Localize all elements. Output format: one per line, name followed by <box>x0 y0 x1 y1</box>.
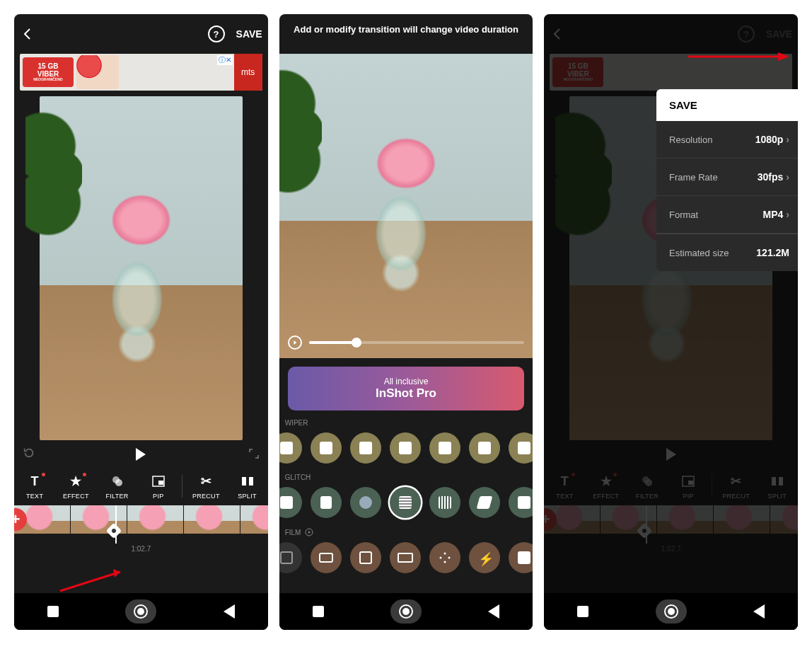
transition-option[interactable] <box>390 542 421 573</box>
transition-option[interactable] <box>279 542 302 573</box>
toolbar-divider <box>182 475 182 498</box>
transition-option[interactable] <box>429 432 460 464</box>
transition-option[interactable] <box>509 487 533 518</box>
preview-frame <box>279 54 533 358</box>
text-icon: T <box>26 473 43 490</box>
svg-rect-3 <box>158 481 163 485</box>
transition-option[interactable] <box>429 487 460 518</box>
play-icon[interactable] <box>136 448 146 461</box>
timeline-clip[interactable] <box>127 505 184 534</box>
nav-recent-icon[interactable] <box>47 606 59 617</box>
editor-toolbar: T TEXT ★ EFFECT FILTER PIP ✂ PRECUT <box>14 469 268 504</box>
transition-option[interactable] <box>311 542 342 573</box>
transition-duration-slider[interactable] <box>288 335 525 350</box>
tool-effect[interactable]: ★ EFFECT <box>58 473 93 500</box>
fullscreen-icon[interactable] <box>248 448 260 461</box>
nav-back-icon[interactable] <box>488 604 499 619</box>
effect-icon: ★ <box>67 473 84 490</box>
svg-point-11 <box>439 557 441 559</box>
transition-option[interactable] <box>279 432 302 464</box>
inshot-pro-banner[interactable]: All inclusive InShot Pro <box>288 367 525 410</box>
transition-option[interactable]: ⚡ <box>469 542 500 573</box>
transition-option[interactable] <box>279 487 302 518</box>
svg-point-10 <box>443 561 446 563</box>
tool-split[interactable]: SPLIT <box>230 473 265 500</box>
save-panel-header: SAVE <box>656 89 798 121</box>
timeline-clip[interactable] <box>240 505 268 534</box>
transition-option[interactable] <box>311 432 342 464</box>
save-button[interactable]: SAVE <box>236 28 262 40</box>
save-row-framerate[interactable]: Frame Rate 30fps› <box>656 159 798 196</box>
timeline-clip[interactable] <box>184 505 240 534</box>
music-icon <box>305 528 313 536</box>
nav-back-icon[interactable] <box>753 604 765 619</box>
hint-text: Add or modify transition will change vid… <box>279 24 533 35</box>
ad-close-icon[interactable]: ⓘ✕ <box>217 55 233 65</box>
svg-point-12 <box>448 557 450 559</box>
preview-frame <box>40 96 243 440</box>
nav-back-icon[interactable] <box>224 604 235 619</box>
clock-icon <box>288 335 302 350</box>
split-icon <box>239 473 256 490</box>
redo-icon[interactable] <box>23 447 35 462</box>
annotation-arrow <box>57 566 134 595</box>
tool-pip[interactable]: PIP <box>141 473 176 500</box>
save-row-resolution[interactable]: Resolution 1080p› <box>656 121 798 159</box>
chevron-right-icon: › <box>786 209 789 220</box>
section-glitch-label: GLITCH <box>279 471 533 484</box>
transition-option[interactable] <box>509 432 533 464</box>
android-nav-bar <box>279 593 533 630</box>
transition-option[interactable] <box>350 487 381 518</box>
section-film-label: FILM <box>279 525 533 539</box>
save-options-panel: SAVE Resolution 1080p› Frame Rate 30fps›… <box>656 89 798 271</box>
transition-option[interactable] <box>469 432 500 464</box>
screen-transitions: Add or modify transition will change vid… <box>279 14 533 630</box>
pip-icon <box>150 473 167 490</box>
transition-option[interactable] <box>311 487 342 518</box>
screen-editor: ? SAVE 15 GB VIBER NEOGRANIČENO ⓘ✕ mts T… <box>14 14 268 630</box>
back-icon[interactable] <box>20 25 37 42</box>
nav-home-icon[interactable] <box>390 599 422 624</box>
save-row-format[interactable]: Format MP4› <box>656 196 798 234</box>
tool-text[interactable]: T TEXT <box>17 473 52 500</box>
help-icon[interactable]: ? <box>208 25 225 42</box>
svg-point-1 <box>115 479 122 486</box>
transition-row-film: ⚡ <box>279 539 533 580</box>
ad-logo: 15 GB VIBER NEOGRANIČENO <box>23 57 74 87</box>
slider-track[interactable] <box>309 341 525 344</box>
screen-save-dialog: ? SAVE 15 GB VIBER NEOGRANIČENO TTEXT ★E… <box>544 14 798 630</box>
ad-image <box>76 55 119 89</box>
android-nav-bar <box>544 593 798 630</box>
scissors-icon: ✂ <box>197 473 214 490</box>
transition-option[interactable] <box>509 542 533 573</box>
nav-home-icon[interactable] <box>656 599 687 624</box>
timeline[interactable]: + <box>14 505 268 544</box>
svg-marker-7 <box>113 569 120 578</box>
chevron-right-icon: › <box>786 134 789 145</box>
ad-banner[interactable]: 15 GB VIBER NEOGRANIČENO ⓘ✕ mts <box>20 54 262 91</box>
nav-home-icon[interactable] <box>125 599 156 624</box>
chevron-right-icon: › <box>786 171 789 183</box>
transition-option[interactable] <box>350 542 381 573</box>
transition-option[interactable] <box>429 542 460 573</box>
top-bar: Add or modify transition will change vid… <box>279 14 533 54</box>
tool-precut[interactable]: ✂ PRECUT <box>188 473 224 500</box>
transition-option[interactable] <box>350 432 381 464</box>
section-wipe-label: WIPER <box>279 416 533 430</box>
tool-filter[interactable]: FILTER <box>100 473 135 500</box>
transition-option[interactable] <box>390 432 421 464</box>
transition-picker: WIPER GLITCH FILM <box>279 410 533 583</box>
playback-controls <box>14 440 268 469</box>
svg-rect-4 <box>242 477 246 486</box>
save-row-size: Estimated size 121.2M <box>656 234 798 271</box>
nav-recent-icon[interactable] <box>577 606 588 617</box>
nav-recent-icon[interactable] <box>313 606 324 617</box>
video-preview[interactable] <box>14 93 268 440</box>
video-preview[interactable] <box>279 54 533 358</box>
time-label: 1:02.7 <box>14 545 268 553</box>
svg-point-9 <box>443 553 446 555</box>
svg-rect-5 <box>249 477 253 486</box>
transition-option-selected[interactable] <box>390 487 421 518</box>
transition-option[interactable] <box>469 487 500 518</box>
top-bar: ? SAVE <box>14 14 268 54</box>
